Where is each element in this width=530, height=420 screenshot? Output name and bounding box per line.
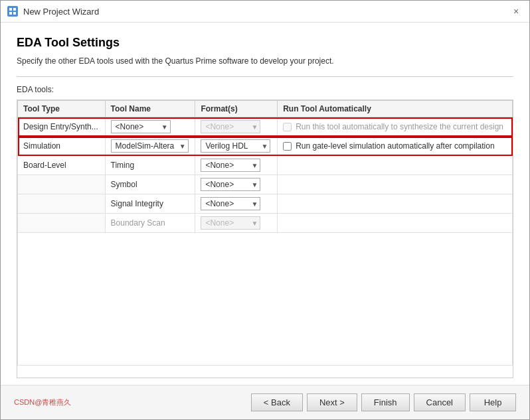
select-wrapper-format-design: <None> ▼ — [201, 120, 260, 133]
run-auto-label-design: Run this tool automatically to synthesiz… — [296, 122, 503, 131]
tool-name-select-design[interactable]: <None> — [111, 120, 171, 133]
watermark: CSDN@青稚燕久 — [14, 397, 71, 407]
col-tool-type: Tool Type — [18, 101, 106, 117]
cell-run-auto-timing — [278, 156, 513, 175]
select-wrapper-sim: <None> ModelSim-Altera ModelSim QuestaSi… — [111, 139, 189, 153]
col-tool-name: Tool Name — [105, 101, 195, 117]
next-button[interactable]: Next > — [307, 393, 357, 411]
cell-run-auto-sim: Run gate-level simulation automatically … — [278, 137, 513, 156]
cell-format-sim: <None> Verilog HDL VHDL SystemVerilog ▼ — [195, 137, 278, 156]
cell-format-sigint: <None> ▼ — [195, 194, 278, 214]
cell-run-auto-sigint — [278, 194, 513, 214]
table-row: Symbol <None> ▼ — [18, 175, 513, 194]
select-wrapper-timing: <None> ▼ — [201, 159, 260, 172]
cell-tool-type-empty3 — [18, 214, 106, 233]
cell-tool-name-timing: Timing — [105, 156, 195, 175]
finish-button[interactable]: Finish — [361, 393, 410, 411]
cell-tool-name: <None> ▼ — [105, 117, 195, 137]
cell-tool-type-board: Board-Level — [18, 156, 106, 175]
svg-rect-2 — [9, 12, 12, 15]
cell-tool-name-bscan: Boundary Scan — [105, 214, 195, 233]
select-wrapper-name: <None> ▼ — [111, 120, 171, 133]
checkbox-row-design: Run this tool automatically to synthesiz… — [283, 122, 507, 131]
cell-tool-type: Design Entry/Synth... — [18, 117, 106, 137]
run-auto-label-sim: Run gate-level simulation automatically … — [296, 141, 494, 151]
run-auto-checkbox-sim[interactable] — [283, 142, 292, 151]
table-row: Simulation <None> ModelSim-Altera ModelS… — [18, 137, 513, 156]
page-title: EDA Tool Settings — [17, 36, 513, 50]
select-wrapper-symbol: <None> ▼ — [201, 178, 260, 191]
cell-format-symbol: <None> ▼ — [195, 175, 278, 194]
eda-tools-table-container: Tool Type Tool Name Format(s) Run Tool A… — [17, 100, 513, 378]
close-button[interactable]: × — [509, 5, 523, 18]
content-area: EDA Tool Settings Specify the other EDA … — [1, 23, 529, 385]
cell-tool-name-sigint: Signal Integrity — [105, 194, 195, 214]
cell-run-auto-design: Run this tool automatically to synthesiz… — [278, 117, 513, 137]
cell-format-timing: <None> ▼ — [195, 156, 278, 175]
table-row: Design Entry/Synth... <None> ▼ — [18, 117, 513, 137]
title-bar-left: New Project Wizard — [7, 6, 99, 17]
cell-format-bscan: <None> ▼ — [195, 214, 278, 233]
col-formats: Format(s) — [195, 101, 278, 117]
wizard-window: New Project Wizard × EDA Tool Settings S… — [0, 0, 530, 420]
format-select-timing[interactable]: <None> — [201, 159, 260, 172]
help-button[interactable]: Help — [470, 393, 516, 411]
col-run-auto: Run Tool Automatically — [278, 101, 513, 117]
table-row: Signal Integrity <None> ▼ — [18, 194, 513, 214]
select-wrapper-sigint: <None> ▼ — [201, 197, 260, 210]
svg-rect-1 — [13, 8, 16, 11]
cancel-button[interactable]: Cancel — [414, 393, 466, 411]
tool-name-select-sim[interactable]: <None> ModelSim-Altera ModelSim QuestaSi… — [111, 139, 189, 153]
cell-tool-type-sim: Simulation — [18, 137, 106, 156]
table-row: Boundary Scan <None> ▼ — [18, 214, 513, 233]
svg-rect-3 — [13, 12, 16, 15]
cell-tool-type-empty1 — [18, 175, 106, 194]
empty-cell — [18, 233, 513, 366]
divider — [17, 76, 513, 77]
cell-tool-name-sim: <None> ModelSim-Altera ModelSim QuestaSi… — [105, 137, 195, 156]
format-select-sim[interactable]: <None> Verilog HDL VHDL SystemVerilog — [201, 139, 270, 153]
format-select-design: <None> — [201, 120, 260, 133]
cell-format-design: <None> ▼ — [195, 117, 278, 137]
format-select-sigint[interactable]: <None> — [201, 197, 260, 210]
page-description: Specify the other EDA tools used with th… — [17, 56, 513, 66]
checkbox-row-sim: Run gate-level simulation automatically … — [283, 141, 507, 151]
eda-tools-table: Tool Type Tool Name Format(s) Run Tool A… — [17, 100, 513, 366]
svg-rect-0 — [9, 8, 12, 11]
back-button[interactable]: < Back — [251, 393, 303, 411]
cell-tool-type-empty2 — [18, 194, 106, 214]
window-title: New Project Wizard — [23, 7, 99, 17]
cell-tool-name-symbol: Symbol — [105, 175, 195, 194]
table-row: Board-Level Timing <None> ▼ — [18, 156, 513, 175]
cell-run-auto-symbol — [278, 175, 513, 194]
format-select-symbol[interactable]: <None> — [201, 178, 260, 191]
empty-row — [18, 233, 513, 366]
format-select-bscan: <None> — [201, 216, 260, 230]
table-header-row: Tool Type Tool Name Format(s) Run Tool A… — [18, 101, 513, 117]
title-bar: New Project Wizard × — [1, 1, 529, 23]
section-label: EDA tools: — [17, 85, 513, 94]
select-wrapper-format-sim: <None> Verilog HDL VHDL SystemVerilog ▼ — [201, 139, 270, 153]
cell-run-auto-bscan — [278, 214, 513, 233]
footer: CSDN@青稚燕久 < Back Next > Finish Cancel He… — [1, 385, 529, 419]
run-auto-checkbox-design[interactable] — [283, 123, 292, 131]
window-icon — [7, 6, 18, 17]
select-wrapper-bscan: <None> ▼ — [201, 216, 260, 230]
